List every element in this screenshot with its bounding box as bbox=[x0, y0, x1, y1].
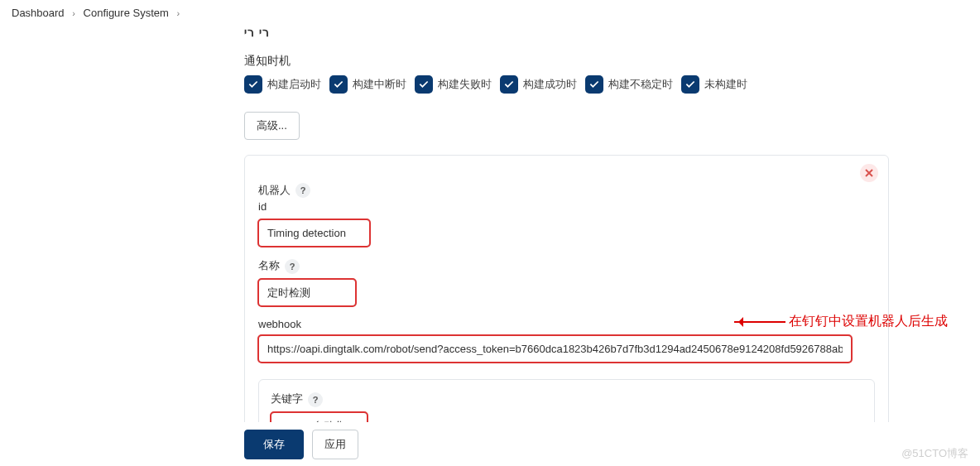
chevron-right-icon: › bbox=[176, 8, 180, 18]
checkbox-label: 未构建时 bbox=[704, 77, 747, 92]
checkbox-build-fail: 构建失败时 bbox=[415, 75, 492, 94]
help-icon[interactable]: ? bbox=[295, 183, 310, 198]
checkbox-build-start: 构建启动时 bbox=[244, 75, 321, 94]
remove-robot-button[interactable] bbox=[860, 164, 878, 182]
checkbox-label: 构建启动时 bbox=[267, 77, 321, 92]
robot-id-input[interactable] bbox=[258, 219, 370, 247]
checkbox-label: 构建成功时 bbox=[523, 77, 577, 92]
main-content: רי רי 通知时机 构建启动时 构建中断时 构建失败时 构建成功时 构建不稳定… bbox=[244, 26, 889, 459]
checkbox-box[interactable] bbox=[681, 75, 699, 94]
robot-config-panel: 机器人 id ? 名称 ? webhook 关键字 ? bbox=[244, 155, 889, 459]
webhook-label-text: webhook bbox=[258, 318, 301, 330]
checkbox-box[interactable] bbox=[585, 75, 603, 94]
robot-id-label-line1: 机器人 bbox=[258, 184, 291, 196]
advanced-button[interactable]: 高级... bbox=[244, 112, 300, 140]
robot-name-label: 名称 ? bbox=[258, 258, 875, 274]
help-icon[interactable]: ? bbox=[308, 392, 323, 407]
breadcrumb: Dashboard › Configure System › bbox=[0, 0, 980, 26]
section-heading-truncated: רי רי bbox=[244, 26, 889, 39]
checkbox-build-success: 构建成功时 bbox=[500, 75, 577, 94]
checkbox-build-unstable: 构建不稳定时 bbox=[585, 75, 673, 94]
close-icon bbox=[865, 169, 873, 177]
notify-checkbox-row: 构建启动时 构建中断时 构建失败时 构建成功时 构建不稳定时 未构建时 bbox=[244, 75, 889, 94]
checkbox-label: 构建不稳定时 bbox=[608, 77, 673, 92]
checkbox-not-built: 未构建时 bbox=[681, 75, 747, 94]
checkbox-build-abort: 构建中断时 bbox=[329, 75, 406, 94]
breadcrumb-item-dashboard[interactable]: Dashboard bbox=[12, 7, 65, 19]
robot-name-label-text: 名称 bbox=[258, 258, 280, 273]
bottom-action-bar: 保存 应用 bbox=[0, 422, 980, 459]
checkbox-box[interactable] bbox=[329, 75, 348, 94]
robot-id-label: 机器人 id ? bbox=[258, 182, 875, 214]
keyword-label: 关键字 ? bbox=[271, 392, 862, 407]
notify-timing-label: 通知时机 bbox=[244, 54, 889, 69]
keyword-label-text: 关键字 bbox=[271, 392, 303, 406]
webhook-input[interactable] bbox=[258, 335, 852, 363]
save-button[interactable]: 保存 bbox=[244, 430, 304, 459]
apply-button[interactable]: 应用 bbox=[312, 430, 358, 459]
chevron-right-icon: › bbox=[72, 8, 75, 18]
robot-id-label-line2: id bbox=[258, 200, 267, 213]
robot-name-input[interactable] bbox=[258, 279, 356, 306]
checkbox-label: 构建中断时 bbox=[353, 77, 406, 92]
breadcrumb-item-configure[interactable]: Configure System bbox=[84, 7, 169, 19]
checkbox-label: 构建失败时 bbox=[438, 77, 492, 92]
webhook-label: webhook bbox=[258, 318, 875, 330]
checkbox-box[interactable] bbox=[415, 75, 433, 94]
checkbox-box[interactable] bbox=[500, 75, 518, 94]
checkbox-box[interactable] bbox=[244, 75, 262, 94]
help-icon[interactable]: ? bbox=[285, 259, 300, 274]
